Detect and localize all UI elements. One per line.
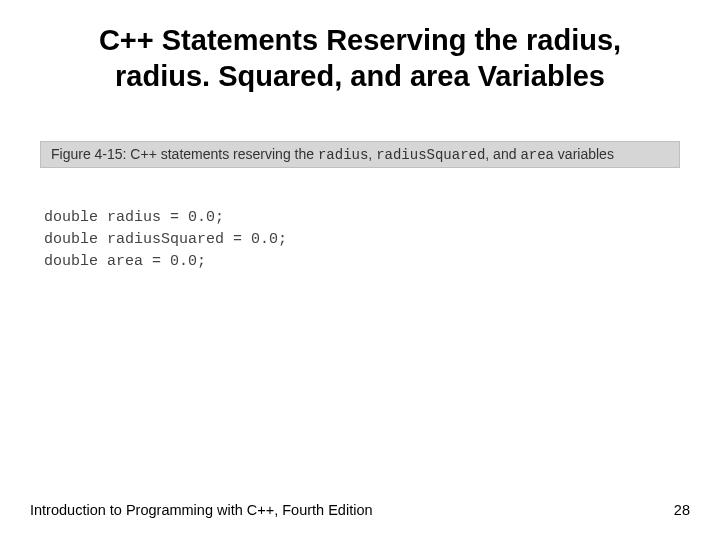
figure-sep2: , and (485, 146, 520, 162)
slide-title: C++ Statements Reserving the radius, rad… (0, 0, 720, 95)
figure-var-radiussquared: radiusSquared (376, 147, 485, 163)
figure-caption: Figure 4-15: C++ statements reserving th… (40, 141, 680, 168)
figure-var-radius: radius (318, 147, 368, 163)
code-block: double radius = 0.0; double radiusSquare… (44, 186, 676, 273)
figure-caption-suffix: variables (554, 146, 614, 162)
footer-left: Introduction to Programming with C++, Fo… (30, 502, 373, 518)
code-line-2: double radiusSquared = 0.0; (44, 231, 287, 248)
code-line-3: double area = 0.0; (44, 253, 206, 270)
figure-sep1: , (368, 146, 376, 162)
figure-caption-prefix: Figure 4-15: C++ statements reserving th… (51, 146, 318, 162)
figure-var-area: area (520, 147, 554, 163)
code-line-1: double radius = 0.0; (44, 209, 224, 226)
footer: Introduction to Programming with C++, Fo… (30, 502, 690, 518)
page-number: 28 (674, 502, 690, 518)
